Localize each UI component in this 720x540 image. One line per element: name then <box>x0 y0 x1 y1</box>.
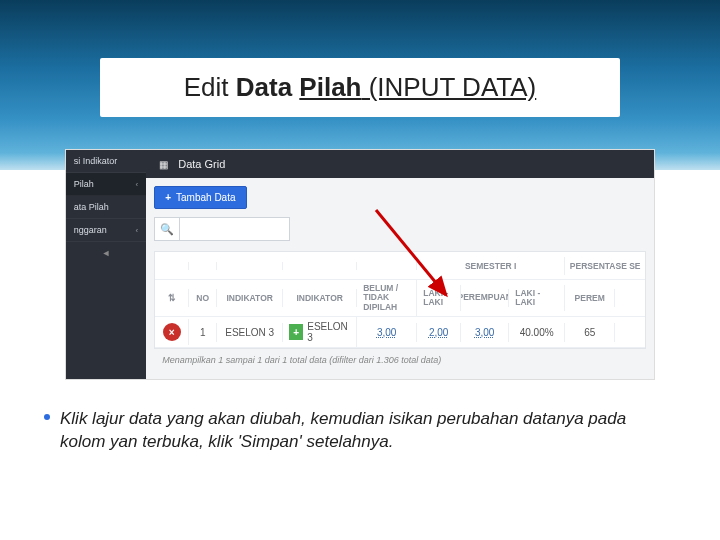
grid-footer-status: Menampilkan 1 sampai 1 dari 1 total data… <box>154 349 646 371</box>
add-sub-button[interactable]: + <box>289 324 303 340</box>
grid-group-header: SEMESTER I PERSENTASE SE <box>155 252 645 280</box>
cell-belum[interactable]: 3,00 <box>357 323 417 342</box>
col-perempuan-1[interactable]: PEREMPUAN <box>461 289 509 306</box>
bullet-icon <box>44 414 50 420</box>
col-indikator-2[interactable]: INDIKATOR <box>283 289 357 307</box>
col-perem-2[interactable]: PEREM <box>565 289 615 307</box>
plus-icon: + <box>165 192 171 203</box>
sidebar-item-indikator[interactable]: si Indikator <box>66 150 146 173</box>
sidebar-item-label: si Indikator <box>74 156 118 166</box>
collapse-left-icon: ◄ <box>102 248 111 258</box>
add-data-label: Tambah Data <box>176 192 235 203</box>
close-icon: × <box>169 327 175 338</box>
col-laki-2[interactable]: LAKI - LAKI <box>509 285 565 312</box>
sort-toggle[interactable]: ⇅ <box>155 289 189 307</box>
group-header-persentase: PERSENTASE SE <box>565 257 645 275</box>
search-bar: 🔍 <box>154 217 646 241</box>
col-belum[interactable]: BELUM / TIDAK DIPILAH <box>357 280 417 316</box>
cell-indikator[interactable]: ESELON 3 <box>217 323 283 342</box>
search-button[interactable]: 🔍 <box>154 217 180 241</box>
title-part-2: Data <box>236 72 300 102</box>
title-part-4: (INPUT DATA) <box>361 72 536 102</box>
delete-row-button[interactable]: × <box>163 323 181 341</box>
app-screenshot: si Indikator Pilah ‹ ata Pilah nggaran ‹… <box>65 149 655 380</box>
panel-body: + Tambah Data 🔍 SEMESTER I PERSENTASE SE <box>146 178 654 379</box>
panel-header-title: Data Grid <box>178 158 225 170</box>
sidebar-item-label: ata Pilah <box>74 202 109 212</box>
table-row[interactable]: × 1 ESELON 3 + ESELON 3 3,00 2,00 3,00 4… <box>155 317 645 348</box>
cell-laki-1[interactable]: 2,00 <box>417 323 461 342</box>
col-no[interactable]: NO <box>189 289 217 307</box>
col-laki-1[interactable]: LAKI - LAKI <box>417 285 461 312</box>
search-input[interactable] <box>180 217 290 241</box>
sidebar-item-anggaran[interactable]: nggaran ‹ <box>66 219 146 242</box>
main-panel: ▦ Data Grid + Tambah Data 🔍 <box>146 150 654 379</box>
cell-indikator-2[interactable]: + ESELON 3 <box>283 317 357 347</box>
caption-text: Klik lajur data yang akan diubah, kemudi… <box>60 409 626 451</box>
sidebar-item-data-pilah[interactable]: ata Pilah <box>66 196 146 219</box>
cell-perempuan-1[interactable]: 3,00 <box>461 323 509 342</box>
row-delete-cell: × <box>155 319 189 345</box>
slide-caption: Klik lajur data yang akan diubah, kemudi… <box>60 408 660 454</box>
title-part-1: Edit <box>184 72 236 102</box>
plus-icon: + <box>293 327 299 338</box>
search-icon: 🔍 <box>160 223 174 236</box>
data-grid: SEMESTER I PERSENTASE SE ⇅ NO INDIKATOR … <box>154 251 646 349</box>
grid-icon: ▦ <box>156 157 170 171</box>
sidebar-collapse-button[interactable]: ◄ <box>66 242 146 264</box>
title-part-3: Pilah <box>299 72 361 102</box>
group-header-semester1: SEMESTER I <box>417 257 565 275</box>
cell-laki-2[interactable]: 40.00% <box>509 323 565 342</box>
add-data-button[interactable]: + Tambah Data <box>154 186 246 209</box>
sidebar-item-label: nggaran <box>74 225 107 235</box>
cell-perem-2[interactable]: 65 <box>565 323 615 342</box>
sidebar-item-label: Pilah <box>74 179 94 189</box>
chevron-left-icon: ‹ <box>136 226 139 235</box>
slide-title: Edit Data Pilah (INPUT DATA) <box>100 58 620 117</box>
chevron-left-icon: ‹ <box>136 180 139 189</box>
sidebar: si Indikator Pilah ‹ ata Pilah nggaran ‹… <box>66 150 146 379</box>
panel-header: ▦ Data Grid <box>146 150 654 178</box>
col-indikator[interactable]: INDIKATOR <box>217 289 283 307</box>
cell-indikator-2-label: ESELON 3 <box>307 321 350 343</box>
sidebar-item-pilah[interactable]: Pilah ‹ <box>66 173 146 196</box>
cell-no[interactable]: 1 <box>189 323 217 342</box>
grid-column-header: ⇅ NO INDIKATOR INDIKATOR BELUM / TIDAK D… <box>155 280 645 317</box>
